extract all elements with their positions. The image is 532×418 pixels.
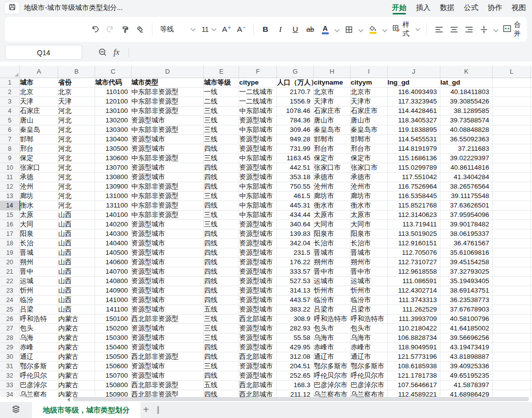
cell-A32[interactable]: 呼伦贝尔 <box>20 371 58 380</box>
cell-A27[interactable]: 包头 <box>20 323 58 333</box>
cell-L28[interactable] <box>493 333 531 342</box>
cell-E31[interactable]: 三线 <box>204 361 239 371</box>
cell-I17[interactable]: 阳泉市 <box>350 229 387 238</box>
cell-F32[interactable]: 资源型城市 <box>239 371 277 380</box>
cell-C11[interactable]: 130800 <box>95 172 131 182</box>
cell-J24[interactable]: 111.3743313 <box>387 295 440 305</box>
cell-G21[interactable]: 333.57 <box>277 267 314 276</box>
row-header-15[interactable]: 15 <box>0 210 20 219</box>
cell-J16[interactable]: 113.719411 <box>387 219 440 229</box>
cell-I13[interactable]: 廊坊市 <box>350 191 387 201</box>
cell-J31[interactable]: 108.6185938 <box>387 361 440 371</box>
cell-J25[interactable]: 111.262529 <box>387 305 440 314</box>
cell-H28[interactable]: 乌海市 <box>314 333 351 342</box>
cell-A21[interactable]: 晋中 <box>20 267 58 276</box>
cell-H25[interactable]: 吕梁市 <box>314 305 351 314</box>
cell-G1[interactable]: 人口（万人） <box>277 78 314 87</box>
cell-K24[interactable]: 36.23538773 <box>440 295 493 305</box>
select-all-corner[interactable] <box>0 66 20 78</box>
cell-J9[interactable]: 115.1686136 <box>387 153 440 163</box>
cell-H3[interactable]: 天津市 <box>314 97 351 106</box>
cell-E10[interactable]: 四线 <box>204 163 239 172</box>
cell-I11[interactable]: 承德市 <box>350 172 387 182</box>
cell-I9[interactable]: 保定市 <box>350 153 387 163</box>
cell-E9[interactable]: 三线 <box>204 153 239 163</box>
row-header-6[interactable]: 6 <box>0 125 20 134</box>
row-header-30[interactable]: 30 <box>0 352 20 361</box>
cell-F2[interactable]: 一二线城市 <box>239 87 277 97</box>
font-size-select[interactable]: 11 <box>199 22 218 37</box>
cell-G13[interactable]: 461.5 <box>277 191 314 201</box>
menu-insert[interactable]: 插入 <box>416 0 430 15</box>
row-header-22[interactable]: 22 <box>0 276 20 286</box>
cell-F29[interactable]: 资源型城市 <box>239 342 277 352</box>
cell-E5[interactable]: 三线 <box>204 115 239 125</box>
cell-D2[interactable]: 中东部非资源型 <box>131 87 204 97</box>
cell-B1[interactable]: 省份 <box>58 78 95 87</box>
cell-B9[interactable]: 河北 <box>58 153 95 163</box>
borders-button[interactable] <box>343 22 356 37</box>
menu-data[interactable]: 数据 <box>440 0 454 15</box>
italic-button[interactable]: I <box>274 22 287 37</box>
cell-J34[interactable]: 112.4589221 <box>387 390 440 397</box>
cell-F3[interactable]: 一二线城市 <box>239 97 277 106</box>
cell-K20[interactable]: 39.45154258 <box>440 257 493 267</box>
cell-E32[interactable]: 四线 <box>204 371 239 380</box>
cell-K6[interactable]: 40.08848828 <box>440 125 493 134</box>
cell-L4[interactable] <box>493 106 531 115</box>
cell-E25[interactable]: 五线 <box>204 305 239 314</box>
cell-J14[interactable]: 115.8521768 <box>387 201 440 210</box>
cell-H29[interactable]: 赤峰市 <box>314 342 351 352</box>
cell-A18[interactable]: 长治 <box>20 238 58 248</box>
cell-C2[interactable]: 110100 <box>95 87 131 97</box>
cell-J10[interactable]: 115.0299789 <box>387 163 440 172</box>
cell-F24[interactable]: 资源型城市 <box>239 295 277 305</box>
cell-K33[interactable]: 41.5878397 <box>440 380 493 390</box>
cell-F31[interactable]: 资源型城市 <box>239 361 277 371</box>
cell-E11[interactable]: 四线 <box>204 172 239 182</box>
cell-I8[interactable]: 邢台市 <box>350 144 387 153</box>
cell-F17[interactable]: 资源型城市 <box>239 229 277 238</box>
underline-button[interactable]: U <box>289 22 302 37</box>
cell-H32[interactable]: 呼伦贝尔市 <box>314 371 351 380</box>
row-header-13[interactable]: 13 <box>0 191 20 201</box>
cell-L19[interactable] <box>493 248 531 257</box>
cell-G12[interactable]: 750.55 <box>277 182 314 191</box>
cell-C34[interactable]: 150900 <box>95 390 131 397</box>
cell-L24[interactable] <box>493 295 531 305</box>
cell-A9[interactable]: 保定 <box>20 153 58 163</box>
cell-C26[interactable]: 150100 <box>95 314 131 323</box>
cell-H16[interactable]: 大同市 <box>314 219 351 229</box>
row-header-24[interactable]: 24 <box>0 295 20 305</box>
redo-button[interactable] <box>104 22 117 37</box>
cell-A16[interactable]: 大同 <box>20 219 58 229</box>
cell-A4[interactable]: 石家庄 <box>20 106 58 115</box>
cell-B10[interactable]: 河北 <box>58 163 95 172</box>
cell-J26[interactable]: 111.3993709 <box>387 314 440 323</box>
cell-K5[interactable]: 39.73588574 <box>440 115 493 125</box>
column-header-J[interactable]: J <box>387 66 440 78</box>
row-header-7[interactable]: 7 <box>0 134 20 144</box>
cell-K22[interactable]: 35.19493405 <box>440 276 493 286</box>
cell-F20[interactable]: 资源型城市 <box>239 257 277 267</box>
menu-collaborate[interactable]: 协作 <box>488 0 502 15</box>
active-sheet-tab[interactable]: 地级市等级，城市类型划分 <box>32 402 140 418</box>
cell-D4[interactable]: 中东部非资源型 <box>131 106 204 115</box>
menu-formula[interactable]: 公式 <box>464 0 478 15</box>
cell-C13[interactable]: 131000 <box>95 191 131 201</box>
cell-C15[interactable]: 140100 <box>95 210 131 219</box>
cell-K34[interactable]: 41.68986429 <box>440 390 493 397</box>
cell-C32[interactable]: 150700 <box>95 371 131 380</box>
cell-E14[interactable]: 四线 <box>204 201 239 210</box>
cell-C17[interactable]: 140300 <box>95 229 131 238</box>
cell-A19[interactable]: 晋城 <box>20 248 58 257</box>
cell-E4[interactable]: 三线 <box>204 106 239 115</box>
cell-I5[interactable]: 唐山市 <box>350 115 387 125</box>
cell-I31[interactable]: 鄂尔多斯市 <box>350 361 387 371</box>
cell-H1[interactable]: cityname <box>314 78 351 87</box>
decrease-font-button[interactable]: A− <box>235 22 248 37</box>
cell-D19[interactable]: 资源型城市 <box>131 248 204 257</box>
cell-H27[interactable]: 包头市 <box>314 323 351 333</box>
cell-F9[interactable]: 中东部城市 <box>239 153 277 163</box>
cell-F12[interactable]: 中东部城市 <box>239 182 277 191</box>
